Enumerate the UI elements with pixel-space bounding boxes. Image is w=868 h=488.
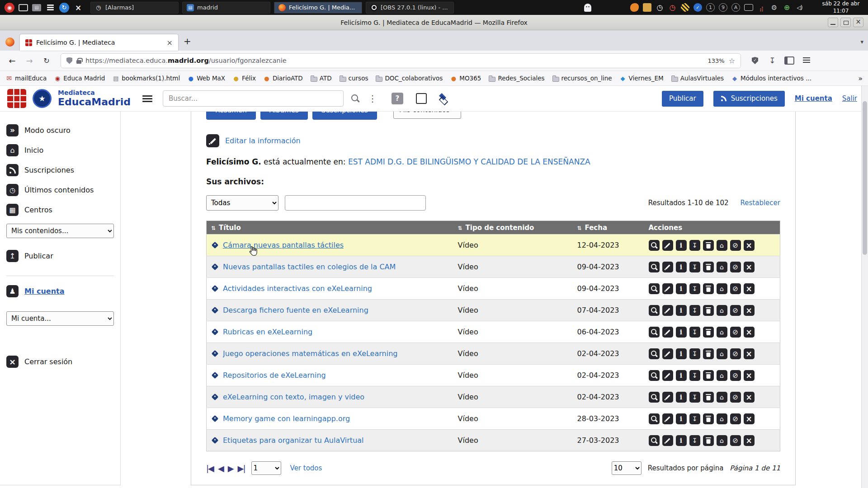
tab-close-icon[interactable] [167,38,173,47]
display-icon[interactable] [744,4,753,11]
gear-icon[interactable] [770,3,778,12]
view-icon[interactable] [649,348,660,359]
content-title-link[interactable]: eXeLearning con texto, imagen y video [223,393,364,401]
block-icon[interactable] [730,392,741,403]
close-icon[interactable] [73,3,83,13]
download-icon[interactable] [689,305,700,316]
bookmark-recursos-on-line[interactable]: recursos_on_line [552,75,612,82]
download-icon[interactable] [689,348,700,359]
block-icon[interactable] [730,283,741,294]
site-search-input[interactable] [163,90,344,107]
educamadrid-logo-icon[interactable] [7,89,26,108]
my-account-select[interactable]: Mi cuenta... [6,311,114,326]
bee-icon[interactable] [681,3,689,12]
view-all-link[interactable]: Ver todos [290,464,322,472]
publish-button[interactable]: Publicar [662,91,703,107]
bookmark-cursos[interactable]: cursos [339,75,368,82]
view-icon[interactable] [649,305,660,316]
volume-icon[interactable] [795,3,804,12]
remove-icon[interactable] [744,370,755,381]
sidebar-toggle-icon[interactable] [783,54,796,67]
remove-icon[interactable] [744,348,755,359]
feature-icon[interactable] [717,413,727,424]
download-icon[interactable] [689,283,700,294]
feature-icon[interactable] [717,370,727,381]
taskbar-window[interactable]: [Alarmas] [90,2,179,14]
help-icon[interactable] [392,93,403,104]
info-icon[interactable] [676,370,687,381]
bookmarks-overflow-icon[interactable]: » [858,74,863,83]
remove-icon[interactable] [744,240,755,251]
feature-icon[interactable] [717,327,727,338]
remove-icon[interactable] [744,283,755,294]
feature-icon[interactable] [717,240,727,251]
my-account-link[interactable]: Mi cuenta [795,94,832,103]
info-icon[interactable] [676,413,687,424]
feature-icon[interactable] [717,392,727,403]
view-icon[interactable] [649,435,660,446]
display-icon[interactable] [19,4,28,11]
block-icon[interactable] [730,435,741,446]
badge-9-icon[interactable] [719,3,727,12]
column-fecha[interactable]: ⇅Fecha [573,221,644,235]
status-link[interactable]: EST ADMI D.G. DE BILINGÜISMO Y CALIDAD D… [348,157,590,166]
view-icon[interactable] [649,262,660,272]
new-tab-button[interactable] [184,36,191,47]
download-icon[interactable] [689,262,700,272]
delete-icon[interactable] [703,283,714,294]
bookmark-web-max[interactable]: Web MaX [187,75,225,82]
content-title-link[interactable]: Nuevas pantallas tactiles en colegios de… [223,263,396,271]
subscriptions-button[interactable]: Suscripciones [713,91,785,107]
prev-page-icon[interactable]: ◀ [218,464,223,473]
logo-icon[interactable] [5,3,14,13]
info-icon[interactable] [676,327,687,338]
mediateca-logo-icon[interactable] [33,89,52,108]
feature-icon[interactable] [717,283,727,294]
tracking-shield-icon[interactable] [66,57,72,64]
remove-icon[interactable] [744,327,755,338]
content-title-link[interactable]: Rubricas en eXeLearning [223,328,312,336]
download-icon[interactable] [689,240,700,251]
bookmark-felix[interactable]: Félix [232,75,256,82]
tab-albumes[interactable]: Álbumes [260,112,308,120]
bookmark-viernes-em[interactable]: Viernes_EM [619,75,664,82]
sidebar-item-inicio[interactable]: Inicio [6,144,114,156]
type-filter-select[interactable]: Todas [206,195,278,211]
delete-icon[interactable] [703,413,714,424]
taskbar-window[interactable]: madrid [182,2,270,14]
edit-icon[interactable] [662,305,673,316]
ball-blue-icon[interactable] [693,3,702,12]
account-shield-icon[interactable] [748,54,762,67]
feature-icon[interactable] [717,262,727,272]
download-icon[interactable] [689,327,700,338]
my-contents-select[interactable]: Mis contenidos... [6,224,114,238]
per-page-select[interactable]: 10 [612,461,642,475]
layers-icon[interactable] [437,93,449,105]
download-icon[interactable] [689,435,700,446]
bookmark-diarioatd[interactable]: DiarioATD [263,75,303,82]
bookmark-educa-madrid[interactable]: Educa Madrid [54,75,105,82]
sidebar-item-cerrar-sesion[interactable]: Cerrar sesión [6,356,114,368]
download-icon[interactable] [689,370,700,381]
view-icon[interactable] [649,413,660,424]
reload-button[interactable] [40,54,53,67]
reset-link[interactable]: Restablecer [741,199,780,207]
block-icon[interactable] [730,348,741,359]
edit-icon[interactable] [662,370,673,381]
sidebar-item-ultimos-contenidos[interactable]: Últimos contenidos [6,184,114,196]
info-icon[interactable] [676,283,687,294]
ghost-icon[interactable] [584,4,591,12]
bookmark-doc-colaborativos[interactable]: DOC_colaborativos [375,75,443,82]
site-brand[interactable]: Mediateca EducaMadrid [58,89,131,108]
back-button[interactable] [5,54,19,67]
more-options-icon[interactable] [367,93,378,104]
scrollbar[interactable] [861,86,868,488]
taskbar-clock[interactable]: sáb 22 de abr 11:07 [818,0,863,14]
downloads-icon[interactable] [765,54,779,67]
remove-icon[interactable] [744,305,755,316]
firefox-icon[interactable] [5,38,14,47]
sync-icon[interactable] [59,3,69,13]
edit-icon[interactable] [662,327,673,338]
scrollbar-thumb[interactable] [863,101,867,255]
info-icon[interactable] [676,305,687,316]
